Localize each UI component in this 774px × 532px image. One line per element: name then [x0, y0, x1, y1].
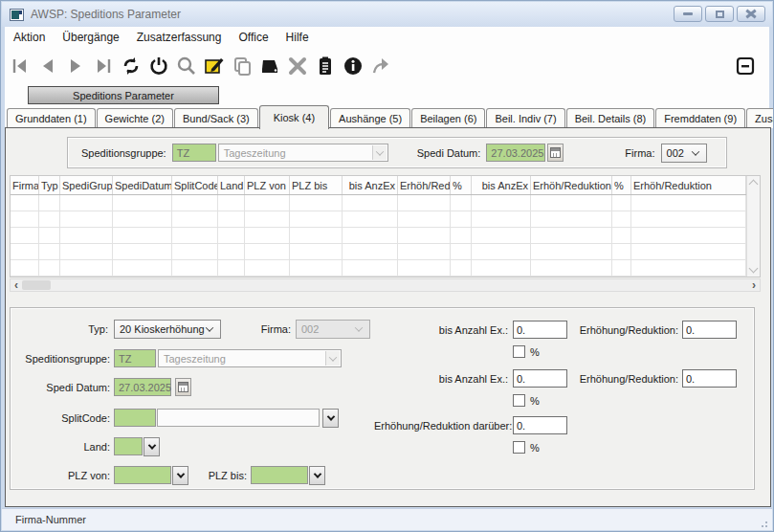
minimize-button[interactable]	[674, 6, 702, 22]
calendar-button[interactable]	[547, 144, 564, 162]
column-header[interactable]: %	[451, 176, 472, 194]
column-header[interactable]: PLZ von	[245, 176, 290, 194]
land-drop-button[interactable]	[144, 437, 160, 456]
typ-combo[interactable]: 20 Kioskerhöhung	[114, 320, 221, 339]
scroll-left-icon[interactable]: ‹	[11, 279, 22, 291]
menu-aktion[interactable]: Aktion	[5, 27, 54, 47]
tab-beil-details[interactable]: Beil. Details (8)	[566, 108, 655, 128]
tab-bund-sack[interactable]: Bund/Sack (3)	[174, 108, 258, 128]
tab-beilagen[interactable]: Beilagen (6)	[411, 108, 485, 128]
column-header[interactable]: SpediDatum	[113, 176, 172, 194]
last-record-icon[interactable]	[90, 53, 116, 78]
detail-calendar-button[interactable]	[175, 378, 191, 396]
scroll-up-icon[interactable]	[749, 180, 759, 189]
speditionsgruppe-code-field[interactable]: TZ	[172, 144, 216, 162]
detail-firma-combo[interactable]: 002	[296, 320, 370, 339]
spedi-datum-field[interactable]: 27.03.2025	[486, 144, 545, 162]
vertical-scrollbar[interactable]	[746, 176, 760, 277]
column-header[interactable]: SplitCode	[172, 176, 218, 194]
table-row[interactable]	[11, 195, 746, 211]
land-field[interactable]	[114, 437, 143, 455]
erhoehung-input-1[interactable]	[682, 321, 737, 339]
plz-von-drop-button[interactable]	[172, 466, 188, 485]
column-header[interactable]: Erhöh/Reduktion	[631, 176, 746, 194]
next-record-icon[interactable]	[62, 53, 88, 78]
splitcode-drop-button[interactable]	[322, 409, 339, 428]
menu-office[interactable]: Office	[230, 27, 276, 47]
scrollbar-thumb[interactable]	[22, 280, 51, 290]
previous-record-icon[interactable]	[34, 53, 60, 78]
tab-gewichte[interactable]: Gewichte (2)	[97, 108, 173, 128]
table-cell	[11, 195, 39, 211]
table-cell	[218, 211, 245, 227]
percent-checkbox-3[interactable]	[513, 441, 525, 454]
column-header[interactable]: bis AnzEx	[343, 176, 398, 194]
detail-speditionsgruppe-code[interactable]: TZ	[114, 349, 156, 367]
search-icon[interactable]	[173, 53, 199, 78]
plz-bis-field[interactable]	[251, 466, 308, 484]
table-cell	[531, 228, 612, 243]
menu-zusatzerfassung[interactable]: Zusatzerfassung	[128, 27, 231, 47]
resize-grip[interactable]	[761, 519, 769, 527]
column-header[interactable]: %	[612, 176, 631, 194]
tab-aushaenge[interactable]: Aushänge (5)	[330, 108, 410, 128]
table-cell	[631, 244, 746, 259]
power-icon[interactable]	[145, 53, 171, 78]
menu-uebergaenge[interactable]: Übergänge	[54, 27, 127, 47]
percent-checkbox-2[interactable]	[513, 394, 525, 407]
scroll-right-icon[interactable]: ›	[748, 279, 760, 291]
detail-speditionsgruppe-combo[interactable]: Tageszeitung	[158, 349, 342, 367]
column-header[interactable]: Typ	[39, 176, 60, 194]
column-header[interactable]: PLZ bis	[290, 176, 343, 194]
share-icon[interactable]	[367, 53, 393, 78]
column-header[interactable]: SpediGrup	[60, 176, 113, 194]
table-row[interactable]	[11, 228, 746, 244]
tab-beil-indiv[interactable]: Beil. Indiv (7)	[486, 108, 564, 128]
edit-icon[interactable]	[201, 53, 227, 78]
table-cell	[472, 195, 531, 211]
table-row[interactable]	[11, 260, 746, 277]
tab-fremddaten[interactable]: Fremddaten (9)	[655, 108, 745, 128]
close-icon	[746, 10, 756, 18]
table-row[interactable]	[11, 211, 746, 228]
column-header[interactable]: Erhöh/Reduktion	[398, 176, 451, 194]
horizontal-scrollbar[interactable]: ‹ ›	[10, 278, 761, 292]
firma-combo[interactable]: 002	[661, 144, 707, 163]
chevron-down-icon	[313, 470, 321, 477]
column-header[interactable]: Firma	[11, 176, 39, 194]
tab-kiosk[interactable]: Kiosk (4)	[259, 105, 329, 129]
column-header[interactable]: Erhöh/Reduktion	[531, 176, 612, 194]
speditionsgruppe-name-combo[interactable]: Tageszeitung	[218, 144, 388, 162]
clipboard-icon[interactable]	[312, 53, 338, 78]
splitcode-name-field[interactable]	[157, 409, 320, 427]
first-record-icon[interactable]	[7, 53, 33, 78]
drive-icon[interactable]	[256, 53, 282, 78]
scroll-down-icon[interactable]	[749, 264, 759, 274]
column-header[interactable]: bis AnzEx	[472, 176, 531, 194]
title-bar[interactable]: AWSP: Speditions Parameter	[2, 2, 772, 27]
delete-icon[interactable]	[284, 53, 310, 78]
tab-grunddaten[interactable]: Grunddaten (1)	[7, 108, 96, 128]
plz-von-field[interactable]	[114, 466, 171, 484]
bis-anzahl-input-1[interactable]	[513, 321, 567, 339]
copy-icon[interactable]	[229, 53, 254, 78]
splitcode-code-field[interactable]	[114, 409, 156, 427]
table-cell	[245, 260, 290, 276]
erhoehung-input-2[interactable]	[682, 369, 737, 388]
table-cell	[218, 260, 245, 276]
restore-button[interactable]	[705, 6, 734, 22]
plz-bis-drop-button[interactable]	[309, 466, 325, 485]
tab-zusatztext[interactable]: Zusatztext (10)	[746, 108, 774, 128]
table-row[interactable]	[11, 244, 746, 260]
percent-checkbox-1[interactable]	[513, 345, 525, 358]
info-icon[interactable]	[340, 53, 365, 78]
collapse-icon[interactable]	[732, 53, 758, 78]
erhoehung-darueber-input[interactable]	[513, 416, 567, 434]
refresh-icon[interactable]	[118, 53, 144, 78]
tab-speditions-parameter[interactable]: Speditions Parameter	[28, 86, 219, 104]
close-button[interactable]	[737, 6, 765, 22]
column-header[interactable]: Land	[218, 176, 245, 194]
bis-anzahl-input-2[interactable]	[513, 369, 567, 388]
detail-spedi-datum-field[interactable]: 27.03.2025	[114, 378, 171, 396]
menu-hilfe[interactable]: Hilfe	[277, 27, 318, 47]
